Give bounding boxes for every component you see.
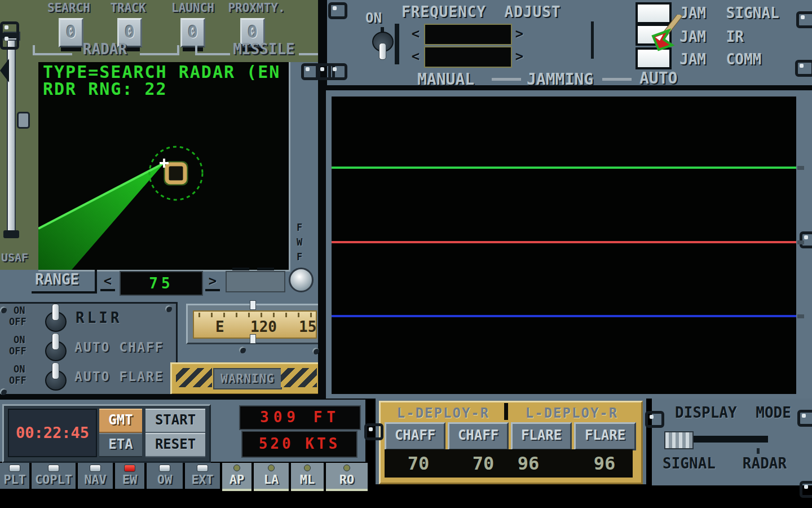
- screw-icon: [0, 388, 7, 395]
- clamp-icon: [364, 423, 383, 440]
- range-label: RANGE: [35, 271, 79, 288]
- tab-ow[interactable]: OW: [147, 463, 183, 489]
- clamp-icon: [800, 231, 812, 248]
- tab-nav[interactable]: NAV: [78, 463, 113, 489]
- altitude-display: 309 FT: [239, 405, 361, 430]
- signal-trace-red: [332, 241, 796, 243]
- warning-lamp: WARNING: [213, 368, 282, 389]
- clamp-icon: [797, 410, 812, 427]
- eta-button[interactable]: ETA: [99, 433, 142, 457]
- scope-knob[interactable]: [289, 268, 314, 292]
- radar-scope: TYPE=SEARCH RADAR (EN RDR RNG: 22: [38, 62, 290, 271]
- lever-knob[interactable]: [17, 112, 30, 129]
- range-label-frame: RANGE: [32, 270, 97, 294]
- compass-reading-15: 15: [299, 318, 316, 335]
- threat-col-search: SEARCH: [41, 1, 97, 15]
- game-cursor-icon: [648, 15, 683, 55]
- chaff-right-button[interactable]: CHAFF: [448, 422, 509, 450]
- freq-row2-dec-button[interactable]: <: [408, 49, 423, 64]
- rlir-on-label: ON: [14, 305, 25, 316]
- mode-manual-label: MANUAL: [417, 70, 474, 89]
- signal-trace-blue-bezel-tick: [797, 314, 804, 318]
- freq-row2-inc-button[interactable]: >: [512, 49, 527, 64]
- radar-option-tick: [757, 448, 760, 454]
- jammer-power-label: ON: [365, 10, 382, 26]
- rlir-toggle[interactable]: [44, 304, 67, 332]
- flare-left-count: 96: [506, 453, 551, 474]
- aux-dash: [232, 268, 249, 270]
- tab-dot-icon: [304, 465, 311, 471]
- clamp-icon: [645, 411, 664, 428]
- compass-pointer-top: [250, 300, 256, 310]
- tab-light-red-icon: [124, 465, 135, 472]
- start-button[interactable]: START: [145, 409, 205, 433]
- compass-reading-120: 120: [250, 318, 277, 335]
- mode-jamming-label: JAMMING: [527, 70, 593, 89]
- clamp-icon: [328, 2, 347, 19]
- range-decrement-button[interactable]: <: [100, 273, 115, 291]
- clamp-icon: [328, 63, 347, 80]
- radar-bracket-right: [140, 45, 179, 55]
- warning-hazard-left-icon: [176, 368, 212, 387]
- gmt-button[interactable]: GMT: [99, 409, 142, 433]
- jammer-power-toggle[interactable]: [371, 32, 394, 60]
- freq-row1-dec-button[interactable]: <: [408, 26, 423, 42]
- clock-time: 00:22:45: [16, 424, 89, 441]
- screw-icon: [239, 347, 246, 353]
- freq-row2-display: [424, 46, 512, 68]
- freq-row1-display: [424, 24, 512, 45]
- tab-light-icon: [90, 465, 101, 472]
- clamp-icon: [796, 11, 812, 28]
- auto-chaff-toggle[interactable]: [44, 333, 67, 361]
- flare-left-button[interactable]: FLARE: [511, 422, 572, 450]
- clamp-icon: [795, 60, 812, 77]
- airspeed-display: 520 KTS: [241, 431, 358, 458]
- signal-trace-blue: [332, 315, 796, 317]
- flare-right-count: 96: [582, 453, 627, 474]
- auto-flare-toggle[interactable]: [44, 362, 67, 391]
- range-increment-button[interactable]: >: [205, 273, 220, 291]
- display-mode-slider[interactable]: [664, 431, 694, 449]
- tab-ml[interactable]: ML: [291, 463, 324, 491]
- display-mode-title: DISPLAY MODE: [665, 404, 801, 421]
- tab-ap[interactable]: AP: [222, 463, 251, 491]
- radar-beam: [38, 163, 164, 270]
- tab-plt[interactable]: PLT: [0, 463, 29, 489]
- tab-light-icon: [197, 465, 208, 472]
- clock-display: 00:22:45: [8, 409, 97, 457]
- frequency-adjust-header: FREQUENCY ADJUST: [401, 3, 561, 20]
- missile-group-label: MISSILE: [228, 41, 300, 58]
- auto-flare-off-label: OFF: [9, 375, 27, 386]
- missile-bracket-left: [195, 45, 230, 55]
- chaff-left-button[interactable]: CHAFF: [385, 422, 445, 450]
- mode-auto-label: AUTO: [639, 69, 677, 87]
- fwf-side-label: F W F: [294, 220, 304, 264]
- screw-icon: [0, 306, 7, 313]
- deploy-header-divider: [504, 403, 508, 420]
- tab-dot-icon: [233, 465, 240, 471]
- usaf-label: USAF: [1, 251, 28, 264]
- signal-trace-red-bezel-tick: [797, 240, 804, 244]
- radar-beam-graphic: [38, 62, 289, 270]
- tab-la[interactable]: LA: [254, 463, 289, 491]
- tab-coplt[interactable]: COPLT: [32, 463, 76, 489]
- tab-ro[interactable]: RO: [326, 463, 368, 491]
- threat-col-launch: LAUNCH: [165, 1, 221, 15]
- freq-row1-inc-button[interactable]: >: [512, 26, 527, 42]
- tab-ew[interactable]: EW: [115, 463, 144, 489]
- auto-flare-on-label: ON: [14, 364, 25, 375]
- display-mode-radar-label: RADAR: [731, 455, 798, 472]
- target-contact: [167, 164, 185, 182]
- launch-counter: 0: [180, 18, 205, 47]
- lever-bottom-stop: [3, 230, 19, 238]
- radar-bracket-left: [33, 45, 72, 55]
- threat-col-track: TRACK: [103, 1, 153, 15]
- warning-hazard-right-icon: [281, 368, 317, 387]
- deploy-counter-display: 70 70 96 96: [385, 449, 633, 478]
- range-value-display: 75: [120, 271, 203, 296]
- reset-button[interactable]: RESET: [145, 433, 205, 457]
- tab-light-icon: [48, 465, 59, 472]
- flare-right-button[interactable]: FLARE: [574, 422, 636, 450]
- compass-reading-e: E: [215, 318, 224, 335]
- tab-ext[interactable]: EXT: [185, 463, 220, 489]
